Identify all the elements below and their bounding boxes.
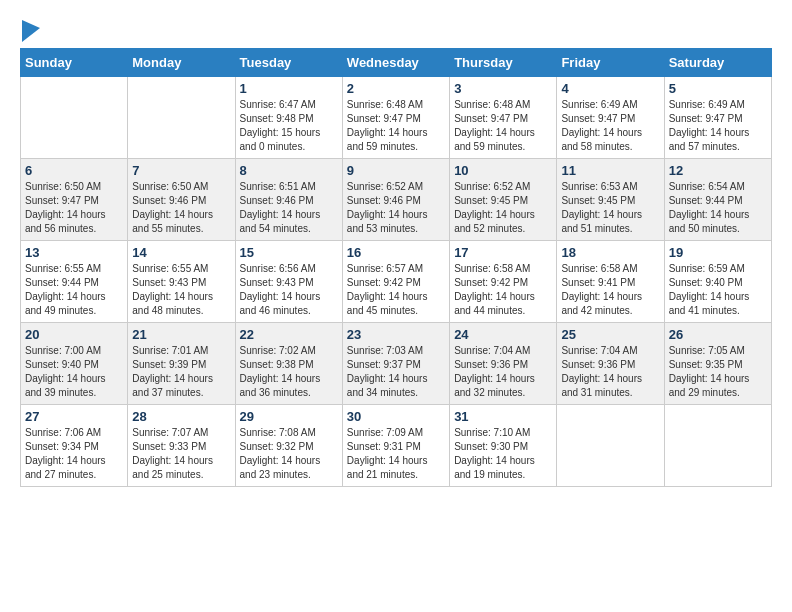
calendar-cell: 19Sunrise: 6:59 AM Sunset: 9:40 PM Dayli… bbox=[664, 241, 771, 323]
calendar-cell: 29Sunrise: 7:08 AM Sunset: 9:32 PM Dayli… bbox=[235, 405, 342, 487]
calendar-cell: 7Sunrise: 6:50 AM Sunset: 9:46 PM Daylig… bbox=[128, 159, 235, 241]
day-number: 25 bbox=[561, 327, 659, 342]
day-detail: Sunrise: 6:58 AM Sunset: 9:41 PM Dayligh… bbox=[561, 262, 659, 318]
calendar-cell: 4Sunrise: 6:49 AM Sunset: 9:47 PM Daylig… bbox=[557, 77, 664, 159]
day-detail: Sunrise: 7:08 AM Sunset: 9:32 PM Dayligh… bbox=[240, 426, 338, 482]
calendar-cell: 21Sunrise: 7:01 AM Sunset: 9:39 PM Dayli… bbox=[128, 323, 235, 405]
calendar-cell bbox=[664, 405, 771, 487]
day-detail: Sunrise: 6:49 AM Sunset: 9:47 PM Dayligh… bbox=[561, 98, 659, 154]
calendar-cell: 26Sunrise: 7:05 AM Sunset: 9:35 PM Dayli… bbox=[664, 323, 771, 405]
day-number: 12 bbox=[669, 163, 767, 178]
day-number: 13 bbox=[25, 245, 123, 260]
day-number: 19 bbox=[669, 245, 767, 260]
day-number: 20 bbox=[25, 327, 123, 342]
day-detail: Sunrise: 6:50 AM Sunset: 9:46 PM Dayligh… bbox=[132, 180, 230, 236]
calendar-header-row: SundayMondayTuesdayWednesdayThursdayFrid… bbox=[21, 49, 772, 77]
day-detail: Sunrise: 7:03 AM Sunset: 9:37 PM Dayligh… bbox=[347, 344, 445, 400]
calendar-cell: 10Sunrise: 6:52 AM Sunset: 9:45 PM Dayli… bbox=[450, 159, 557, 241]
calendar-cell: 20Sunrise: 7:00 AM Sunset: 9:40 PM Dayli… bbox=[21, 323, 128, 405]
day-detail: Sunrise: 7:04 AM Sunset: 9:36 PM Dayligh… bbox=[454, 344, 552, 400]
calendar-cell bbox=[21, 77, 128, 159]
day-detail: Sunrise: 6:52 AM Sunset: 9:46 PM Dayligh… bbox=[347, 180, 445, 236]
weekday-header: Sunday bbox=[21, 49, 128, 77]
svg-marker-0 bbox=[22, 20, 40, 42]
day-detail: Sunrise: 6:51 AM Sunset: 9:46 PM Dayligh… bbox=[240, 180, 338, 236]
day-number: 16 bbox=[347, 245, 445, 260]
day-number: 17 bbox=[454, 245, 552, 260]
day-detail: Sunrise: 6:48 AM Sunset: 9:47 PM Dayligh… bbox=[454, 98, 552, 154]
day-number: 30 bbox=[347, 409, 445, 424]
weekday-header: Saturday bbox=[664, 49, 771, 77]
day-detail: Sunrise: 6:54 AM Sunset: 9:44 PM Dayligh… bbox=[669, 180, 767, 236]
day-detail: Sunrise: 6:52 AM Sunset: 9:45 PM Dayligh… bbox=[454, 180, 552, 236]
day-number: 18 bbox=[561, 245, 659, 260]
day-number: 22 bbox=[240, 327, 338, 342]
calendar-cell: 15Sunrise: 6:56 AM Sunset: 9:43 PM Dayli… bbox=[235, 241, 342, 323]
calendar-cell: 11Sunrise: 6:53 AM Sunset: 9:45 PM Dayli… bbox=[557, 159, 664, 241]
day-number: 3 bbox=[454, 81, 552, 96]
day-detail: Sunrise: 6:59 AM Sunset: 9:40 PM Dayligh… bbox=[669, 262, 767, 318]
logo bbox=[20, 20, 40, 38]
day-number: 23 bbox=[347, 327, 445, 342]
weekday-header: Friday bbox=[557, 49, 664, 77]
day-number: 1 bbox=[240, 81, 338, 96]
day-detail: Sunrise: 6:50 AM Sunset: 9:47 PM Dayligh… bbox=[25, 180, 123, 236]
calendar-cell: 9Sunrise: 6:52 AM Sunset: 9:46 PM Daylig… bbox=[342, 159, 449, 241]
day-detail: Sunrise: 6:55 AM Sunset: 9:43 PM Dayligh… bbox=[132, 262, 230, 318]
day-number: 6 bbox=[25, 163, 123, 178]
day-number: 8 bbox=[240, 163, 338, 178]
calendar-week-row: 6Sunrise: 6:50 AM Sunset: 9:47 PM Daylig… bbox=[21, 159, 772, 241]
calendar-cell: 25Sunrise: 7:04 AM Sunset: 9:36 PM Dayli… bbox=[557, 323, 664, 405]
calendar-cell: 6Sunrise: 6:50 AM Sunset: 9:47 PM Daylig… bbox=[21, 159, 128, 241]
day-number: 15 bbox=[240, 245, 338, 260]
day-number: 5 bbox=[669, 81, 767, 96]
weekday-header: Thursday bbox=[450, 49, 557, 77]
calendar-cell bbox=[128, 77, 235, 159]
day-number: 29 bbox=[240, 409, 338, 424]
calendar-cell: 18Sunrise: 6:58 AM Sunset: 9:41 PM Dayli… bbox=[557, 241, 664, 323]
day-number: 2 bbox=[347, 81, 445, 96]
day-detail: Sunrise: 7:05 AM Sunset: 9:35 PM Dayligh… bbox=[669, 344, 767, 400]
calendar-cell: 27Sunrise: 7:06 AM Sunset: 9:34 PM Dayli… bbox=[21, 405, 128, 487]
day-detail: Sunrise: 7:02 AM Sunset: 9:38 PM Dayligh… bbox=[240, 344, 338, 400]
day-number: 26 bbox=[669, 327, 767, 342]
calendar-week-row: 27Sunrise: 7:06 AM Sunset: 9:34 PM Dayli… bbox=[21, 405, 772, 487]
day-detail: Sunrise: 6:57 AM Sunset: 9:42 PM Dayligh… bbox=[347, 262, 445, 318]
day-detail: Sunrise: 7:06 AM Sunset: 9:34 PM Dayligh… bbox=[25, 426, 123, 482]
day-detail: Sunrise: 6:48 AM Sunset: 9:47 PM Dayligh… bbox=[347, 98, 445, 154]
day-number: 11 bbox=[561, 163, 659, 178]
calendar-cell: 30Sunrise: 7:09 AM Sunset: 9:31 PM Dayli… bbox=[342, 405, 449, 487]
calendar-cell: 24Sunrise: 7:04 AM Sunset: 9:36 PM Dayli… bbox=[450, 323, 557, 405]
page-header bbox=[20, 20, 772, 38]
calendar-cell: 13Sunrise: 6:55 AM Sunset: 9:44 PM Dayli… bbox=[21, 241, 128, 323]
day-detail: Sunrise: 7:04 AM Sunset: 9:36 PM Dayligh… bbox=[561, 344, 659, 400]
calendar-cell: 16Sunrise: 6:57 AM Sunset: 9:42 PM Dayli… bbox=[342, 241, 449, 323]
calendar-week-row: 13Sunrise: 6:55 AM Sunset: 9:44 PM Dayli… bbox=[21, 241, 772, 323]
logo-icon bbox=[22, 20, 40, 42]
calendar-cell: 17Sunrise: 6:58 AM Sunset: 9:42 PM Dayli… bbox=[450, 241, 557, 323]
day-detail: Sunrise: 7:10 AM Sunset: 9:30 PM Dayligh… bbox=[454, 426, 552, 482]
calendar-week-row: 20Sunrise: 7:00 AM Sunset: 9:40 PM Dayli… bbox=[21, 323, 772, 405]
day-detail: Sunrise: 6:49 AM Sunset: 9:47 PM Dayligh… bbox=[669, 98, 767, 154]
calendar-cell: 12Sunrise: 6:54 AM Sunset: 9:44 PM Dayli… bbox=[664, 159, 771, 241]
day-detail: Sunrise: 6:55 AM Sunset: 9:44 PM Dayligh… bbox=[25, 262, 123, 318]
calendar-cell: 31Sunrise: 7:10 AM Sunset: 9:30 PM Dayli… bbox=[450, 405, 557, 487]
day-number: 10 bbox=[454, 163, 552, 178]
day-detail: Sunrise: 6:56 AM Sunset: 9:43 PM Dayligh… bbox=[240, 262, 338, 318]
calendar-cell: 23Sunrise: 7:03 AM Sunset: 9:37 PM Dayli… bbox=[342, 323, 449, 405]
day-number: 27 bbox=[25, 409, 123, 424]
calendar-cell: 1Sunrise: 6:47 AM Sunset: 9:48 PM Daylig… bbox=[235, 77, 342, 159]
day-detail: Sunrise: 7:07 AM Sunset: 9:33 PM Dayligh… bbox=[132, 426, 230, 482]
day-detail: Sunrise: 6:47 AM Sunset: 9:48 PM Dayligh… bbox=[240, 98, 338, 154]
day-number: 14 bbox=[132, 245, 230, 260]
day-detail: Sunrise: 6:53 AM Sunset: 9:45 PM Dayligh… bbox=[561, 180, 659, 236]
day-number: 21 bbox=[132, 327, 230, 342]
day-number: 24 bbox=[454, 327, 552, 342]
day-detail: Sunrise: 7:00 AM Sunset: 9:40 PM Dayligh… bbox=[25, 344, 123, 400]
calendar-cell: 3Sunrise: 6:48 AM Sunset: 9:47 PM Daylig… bbox=[450, 77, 557, 159]
day-number: 28 bbox=[132, 409, 230, 424]
day-detail: Sunrise: 7:01 AM Sunset: 9:39 PM Dayligh… bbox=[132, 344, 230, 400]
day-number: 31 bbox=[454, 409, 552, 424]
day-number: 7 bbox=[132, 163, 230, 178]
day-detail: Sunrise: 7:09 AM Sunset: 9:31 PM Dayligh… bbox=[347, 426, 445, 482]
